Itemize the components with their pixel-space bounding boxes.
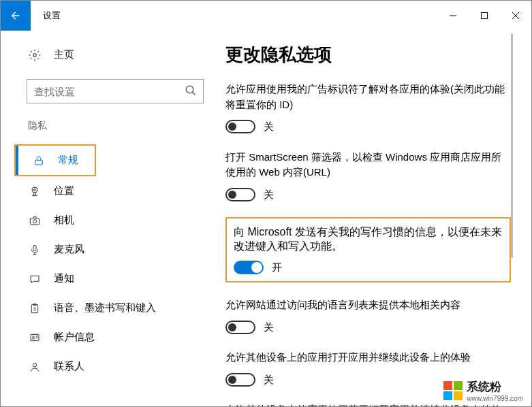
search-icon — [185, 84, 197, 97]
toggle-label: 关 — [264, 187, 274, 203]
person-icon — [28, 361, 42, 372]
sidebar-item-microphone[interactable]: 麦克风 — [12, 235, 219, 264]
home-label: 主页 — [54, 48, 74, 61]
toggle-switch[interactable] — [225, 373, 255, 387]
back-button[interactable] — [1, 1, 31, 31]
toggle-switch[interactable] — [225, 188, 255, 201]
home-link[interactable]: 主页 — [28, 44, 219, 65]
sidebar-item-label: 相机 — [54, 214, 74, 227]
microsoft-logo-icon — [443, 381, 463, 400]
setting-smartscreen: 打开 SmartScreen 筛选器，以检查 Windows 应用商店应用所使用… — [225, 150, 511, 203]
setting-language-list: 允许网站通过访问我的语言列表来提供本地相关内容 关 — [225, 297, 511, 335]
sidebar-item-label: 麦克风 — [54, 243, 84, 256]
section-label: 隐私 — [28, 120, 219, 132]
content-area: 主页 隐私 常规 位置 — [1, 31, 531, 406]
svg-rect-0 — [482, 13, 488, 19]
toggle-row: 开 — [234, 261, 503, 274]
sidebar-item-label: 联系人 — [54, 360, 84, 373]
maximize-button[interactable] — [469, 5, 500, 27]
title-bar: 设置 — [1, 1, 531, 31]
location-icon — [28, 186, 42, 197]
minimize-button[interactable] — [437, 5, 469, 27]
sidebar-item-label: 位置 — [54, 184, 74, 197]
highlight-box-sidebar: 常规 — [14, 144, 96, 176]
maximize-icon — [481, 12, 488, 19]
gear-icon — [28, 49, 42, 61]
sidebar-item-speech[interactable]: 语音、墨迹书写和键入 — [12, 293, 219, 323]
scrollbar-thumb[interactable] — [511, 33, 513, 258]
watermark-brand: 系统粉 — [467, 379, 523, 395]
close-icon — [512, 12, 519, 19]
svg-rect-11 — [31, 334, 39, 340]
setting-text: 允许应用使用我的广告标识符了解对各应用的体验(关闭此功能将重置你的 ID) — [225, 82, 511, 112]
toggle-label: 关 — [264, 119, 274, 135]
main-panel: 更改隐私选项 允许应用使用我的广告标识符了解对各应用的体验(关闭此功能将重置你的… — [219, 31, 531, 406]
sidebar: 主页 隐私 常规 位置 — [1, 31, 219, 406]
message-icon — [28, 274, 42, 284]
svg-rect-6 — [30, 218, 39, 224]
svg-rect-8 — [33, 245, 36, 250]
arrow-left-icon — [10, 10, 22, 22]
watermark: 系统粉 www.win7999.com — [441, 376, 526, 405]
toggle-label: 关 — [264, 372, 274, 388]
page-heading: 更改隐私选项 — [225, 43, 511, 67]
search-input[interactable] — [27, 79, 204, 103]
window-controls — [437, 5, 531, 27]
watermark-url: www.win7999.com — [467, 395, 523, 402]
svg-point-12 — [33, 336, 35, 338]
sidebar-item-label: 常规 — [58, 154, 78, 167]
microphone-icon — [28, 244, 42, 255]
toggle-switch[interactable] — [234, 261, 264, 274]
sidebar-item-contacts[interactable]: 联系人 — [12, 352, 219, 381]
sidebar-item-account[interactable]: 帐户信息 — [12, 323, 219, 352]
highlight-box-main: 向 Microsoft 发送有关我的写作习惯的信息，以便在未来改进键入和写入功能… — [225, 217, 511, 282]
toggle-row: 关 — [225, 119, 511, 135]
svg-point-13 — [33, 363, 36, 366]
toggle-label: 开 — [272, 261, 282, 274]
clipboard-icon — [28, 303, 42, 314]
id-card-icon — [28, 332, 42, 343]
sidebar-item-location[interactable]: 位置 — [12, 176, 219, 206]
sidebar-item-notifications[interactable]: 通知 — [12, 264, 219, 293]
window-title: 设置 — [43, 10, 61, 22]
toggle-switch[interactable] — [225, 321, 255, 334]
sidebar-item-label: 语音、墨迹书写和键入 — [54, 302, 156, 314]
setting-text: 允许其他设备上的应用打开应用并继续此设备上的体验 — [225, 350, 511, 365]
sidebar-item-general[interactable]: 常规 — [16, 146, 95, 175]
setting-ad-id: 允许应用使用我的广告标识符了解对各应用的体验(关闭此功能将重置你的 ID) 关 — [225, 82, 511, 135]
minimize-icon — [450, 12, 456, 19]
svg-point-5 — [34, 189, 36, 191]
sidebar-item-label: 通知 — [54, 272, 74, 285]
svg-point-7 — [33, 219, 36, 223]
toggle-row: 关 — [225, 320, 511, 336]
svg-point-4 — [32, 187, 37, 193]
sidebar-item-camera[interactable]: 相机 — [12, 206, 219, 235]
lock-icon — [32, 155, 46, 166]
toggle-row: 关 — [225, 187, 511, 203]
toggle-switch[interactable] — [225, 120, 255, 133]
svg-rect-3 — [35, 160, 43, 165]
camera-icon — [28, 215, 42, 226]
setting-text: 允许网站通过访问我的语言列表来提供本地相关内容 — [225, 297, 511, 313]
svg-point-2 — [186, 86, 193, 93]
sidebar-item-label: 帐户信息 — [54, 331, 95, 344]
close-button[interactable] — [500, 5, 531, 27]
setting-text: 向 Microsoft 发送有关我的写作习惯的信息，以便在未来改进键入和写入功能… — [234, 225, 503, 254]
toggle-label: 关 — [264, 320, 274, 336]
svg-point-1 — [33, 53, 37, 56]
search-wrap — [27, 79, 204, 103]
setting-text: 打开 SmartScreen 筛选器，以检查 Windows 应用商店应用所使用… — [225, 150, 511, 180]
